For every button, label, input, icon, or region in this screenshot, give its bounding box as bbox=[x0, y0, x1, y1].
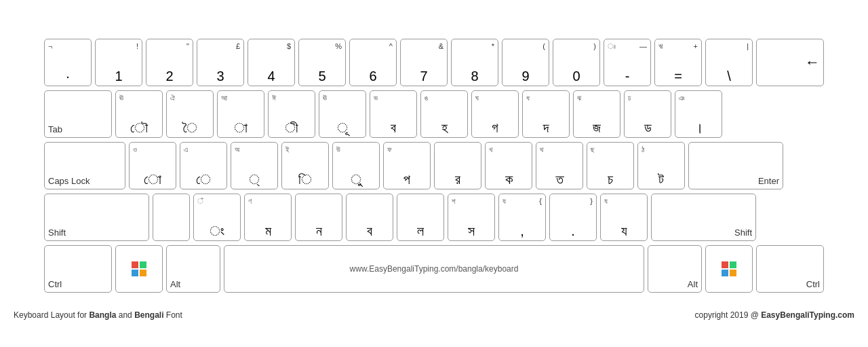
row-asdf: Caps Lock ও ো এ ে অ ্ ই ি উ ু bbox=[44, 142, 824, 189]
row-bottom: Ctrl Alt www.EasyBengaliTyping.com/bangl… bbox=[44, 245, 824, 293]
key-i[interactable]: ঘ গ bbox=[471, 90, 519, 138]
key-0[interactable]: ) 0 bbox=[553, 39, 600, 86]
key-j[interactable]: র bbox=[434, 142, 481, 189]
key-alt-right[interactable]: Alt bbox=[648, 245, 702, 293]
key-backtick[interactable]: ¬ · bbox=[44, 39, 92, 86]
key-q[interactable]: ঊ ৌ bbox=[115, 90, 163, 138]
key-7[interactable]: & 7 bbox=[400, 39, 448, 86]
windows-icon-left bbox=[132, 261, 146, 276]
key-enter-stub bbox=[726, 90, 793, 138]
key-equals[interactable]: ঋ+ = bbox=[654, 39, 702, 86]
key-space[interactable]: www.EasyBengaliTyping.com/bangla/keyboar… bbox=[224, 245, 644, 293]
key-shift-left[interactable]: Shift bbox=[44, 194, 149, 241]
key-v[interactable]: ন bbox=[295, 194, 342, 241]
key-win-left[interactable] bbox=[115, 245, 163, 293]
key-9[interactable]: ( 9 bbox=[502, 39, 549, 86]
key-alt-left[interactable]: Alt bbox=[166, 245, 220, 293]
key-z[interactable] bbox=[153, 194, 190, 241]
key-1[interactable]: ! 1 bbox=[95, 39, 142, 86]
key-n[interactable]: ল bbox=[397, 194, 444, 241]
row-shift: Shift ঁ ং ণ ম ন ব bbox=[44, 194, 824, 241]
keyboard: ¬ · ! 1 " 2 £ 3 $ 4 % 5 bbox=[31, 25, 837, 306]
key-t[interactable]: ঊ ূ bbox=[319, 90, 366, 138]
key-backspace[interactable]: ← bbox=[756, 39, 824, 86]
key-semicolon[interactable]: ছ চ bbox=[587, 142, 634, 189]
key-bracket-open[interactable]: ঢ ড bbox=[624, 90, 671, 138]
key-8[interactable]: * 8 bbox=[451, 39, 498, 86]
key-bracket-close[interactable]: ঞ । bbox=[675, 90, 722, 138]
key-slash[interactable]: য য bbox=[600, 194, 648, 241]
key-win-right[interactable] bbox=[705, 245, 753, 293]
key-u[interactable]: ঙ হ bbox=[420, 90, 468, 138]
key-h[interactable]: ফ প bbox=[383, 142, 431, 189]
key-o[interactable]: ধ দ bbox=[522, 90, 570, 138]
key-ctrl-left[interactable]: Ctrl bbox=[44, 245, 112, 293]
key-f[interactable]: ই ি bbox=[281, 142, 329, 189]
footer: Keyboard Layout for Bangla and Bengali F… bbox=[0, 308, 868, 323]
space-label: www.EasyBengaliTyping.com/bangla/keyboar… bbox=[350, 249, 519, 289]
key-5[interactable]: % 5 bbox=[298, 39, 346, 86]
key-w[interactable]: ঐ ৈ bbox=[166, 90, 214, 138]
key-6[interactable]: ^ 6 bbox=[349, 39, 397, 86]
key-2[interactable]: " 2 bbox=[146, 39, 193, 86]
footer-right: copyright 2019 @ EasyBengaliTyping.com bbox=[695, 310, 854, 320]
key-quote[interactable]: ঠ ট bbox=[637, 142, 685, 189]
key-ctrl-right[interactable]: Ctrl bbox=[756, 245, 824, 293]
key-shift-right[interactable]: Shift bbox=[651, 194, 756, 241]
key-r[interactable]: ঈ ী bbox=[268, 90, 315, 138]
key-c[interactable]: ণ ম bbox=[244, 194, 292, 241]
key-e[interactable]: আ া bbox=[217, 90, 264, 138]
key-minus[interactable]: ঃ— - bbox=[604, 39, 651, 86]
key-m[interactable]: শ স bbox=[448, 194, 495, 241]
windows-icon-right bbox=[722, 261, 736, 276]
key-comma[interactable]: য{ , bbox=[498, 194, 546, 241]
key-4[interactable]: $ 4 bbox=[248, 39, 295, 86]
row-qwerty: Tab ঊ ৌ ঐ ৈ আ া ঈ ী ঊ ূ ভ bbox=[44, 90, 824, 138]
key-x[interactable]: ঁ ং bbox=[193, 194, 241, 241]
key-g[interactable]: উ ু bbox=[332, 142, 380, 189]
key-period[interactable]: } . bbox=[549, 194, 597, 241]
row-number: ¬ · ! 1 " 2 £ 3 $ 4 % 5 bbox=[44, 39, 824, 86]
key-l[interactable]: থ ত bbox=[536, 142, 583, 189]
key-d[interactable]: অ ্ bbox=[231, 142, 278, 189]
key-y[interactable]: ভ ব bbox=[370, 90, 417, 138]
key-3[interactable]: £ 3 bbox=[197, 39, 244, 86]
key-a[interactable]: ও ো bbox=[129, 142, 176, 189]
key-b[interactable]: ব bbox=[346, 194, 393, 241]
key-backslash-top[interactable]: | \ bbox=[705, 39, 753, 86]
footer-left: Keyboard Layout for Bangla and Bengali F… bbox=[14, 310, 182, 320]
key-p[interactable]: ঝ জ bbox=[573, 90, 620, 138]
key-capslock[interactable]: Caps Lock bbox=[44, 142, 125, 189]
key-enter[interactable]: Enter bbox=[688, 142, 783, 189]
key-k[interactable]: খ ক bbox=[485, 142, 532, 189]
key-tab[interactable]: Tab bbox=[44, 90, 112, 138]
key-s[interactable]: এ ে bbox=[180, 142, 227, 189]
